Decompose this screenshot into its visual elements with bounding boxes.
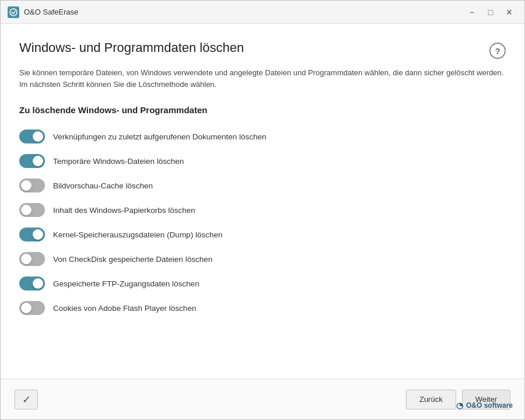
toggle-item: Gespeicherte FTP-Zugangsdaten löschen xyxy=(19,271,506,296)
toggle-label: Gespeicherte FTP-Zugangsdaten löschen xyxy=(53,279,200,288)
help-button[interactable]: ? xyxy=(489,43,506,59)
toggle-label: Cookies von Adobe Flash Player löschen xyxy=(53,304,196,313)
toggle-thumb xyxy=(33,156,43,166)
toggle-track xyxy=(19,228,45,242)
minimize-button[interactable]: − xyxy=(464,6,480,19)
section-title: Zu löschende Windows- und Programmdaten xyxy=(19,105,506,115)
svg-point-0 xyxy=(10,9,17,16)
toggle-item: Verknüpfungen zu zuletzt aufgerufenen Do… xyxy=(19,124,506,149)
toggle-track xyxy=(19,252,45,266)
toggle-label: Temporäre Windows-Dateien löschen xyxy=(53,157,184,166)
toggle-switch-3[interactable] xyxy=(19,203,45,217)
main-window: O&O SafeErase − □ ✕ Windows- und Program… xyxy=(0,0,525,420)
toggle-switch-1[interactable] xyxy=(19,154,45,168)
toggle-item: Temporäre Windows-Dateien löschen xyxy=(19,149,506,173)
toggle-label: Inhalt des Windows-Papierkorbs löschen xyxy=(53,206,195,215)
toggle-label: Von CheckDisk gespeicherte Dateien lösch… xyxy=(53,255,212,264)
toggle-track xyxy=(19,178,45,192)
page-description: Sie können temporäre Dateien, von Window… xyxy=(19,67,506,90)
page-title: Windows- und Programmdaten löschen xyxy=(19,40,244,55)
title-bar: O&O SafeErase − □ ✕ xyxy=(1,1,524,24)
toggle-track xyxy=(19,301,45,315)
toggle-item: Bildvorschau-Cache löschen xyxy=(19,173,506,198)
content-area: Windows- und Programmdaten löschen ? Sie… xyxy=(1,24,524,379)
toggle-item: Inhalt des Windows-Papierkorbs löschen xyxy=(19,198,506,222)
toggle-label: Bildvorschau-Cache löschen xyxy=(53,181,153,190)
app-icon xyxy=(8,6,19,18)
toggle-thumb xyxy=(21,205,32,215)
window-title: O&O SafeErase xyxy=(24,8,464,16)
brand-area: ◔ O&O software xyxy=(456,401,513,410)
toggle-thumb xyxy=(33,278,43,289)
toggle-track xyxy=(19,276,45,290)
footer-left: ✓ xyxy=(15,390,38,410)
toggle-thumb xyxy=(21,303,32,313)
footer: ✓ Zurück Weiter ◔ O&O software xyxy=(1,379,524,419)
toggle-switch-4[interactable] xyxy=(19,228,45,242)
back-button[interactable]: Zurück xyxy=(406,390,456,410)
brand-text: O&O software xyxy=(466,401,513,410)
toggle-thumb xyxy=(33,131,43,142)
toggle-list: Verknüpfungen zu zuletzt aufgerufenen Do… xyxy=(19,124,506,320)
toggle-item: Cookies von Adobe Flash Player löschen xyxy=(19,296,506,320)
toggle-switch-5[interactable] xyxy=(19,252,45,266)
toggle-switch-0[interactable] xyxy=(19,130,45,144)
toggle-thumb xyxy=(21,254,32,264)
toggle-label: Kernel-Speicherauszugsdateien (Dump) lös… xyxy=(53,230,222,239)
toggle-switch-2[interactable] xyxy=(19,178,45,192)
page-header: Windows- und Programmdaten löschen ? xyxy=(19,40,506,59)
checkmark-button[interactable]: ✓ xyxy=(15,390,38,410)
toggle-track xyxy=(19,130,45,144)
toggle-track xyxy=(19,154,45,168)
toggle-switch-7[interactable] xyxy=(19,301,45,315)
toggle-track xyxy=(19,203,45,217)
toggle-item: Von CheckDisk gespeicherte Dateien lösch… xyxy=(19,247,506,271)
toggle-item: Kernel-Speicherauszugsdateien (Dump) lös… xyxy=(19,222,506,247)
toggle-label: Verknüpfungen zu zuletzt aufgerufenen Do… xyxy=(53,132,267,141)
close-button[interactable]: ✕ xyxy=(501,6,517,19)
window-controls: − □ ✕ xyxy=(464,6,517,19)
toggle-thumb xyxy=(33,229,43,240)
maximize-button[interactable]: □ xyxy=(482,6,499,19)
toggle-thumb xyxy=(21,180,32,191)
brand-icon: ◔ xyxy=(456,401,463,410)
toggle-switch-6[interactable] xyxy=(19,276,45,290)
